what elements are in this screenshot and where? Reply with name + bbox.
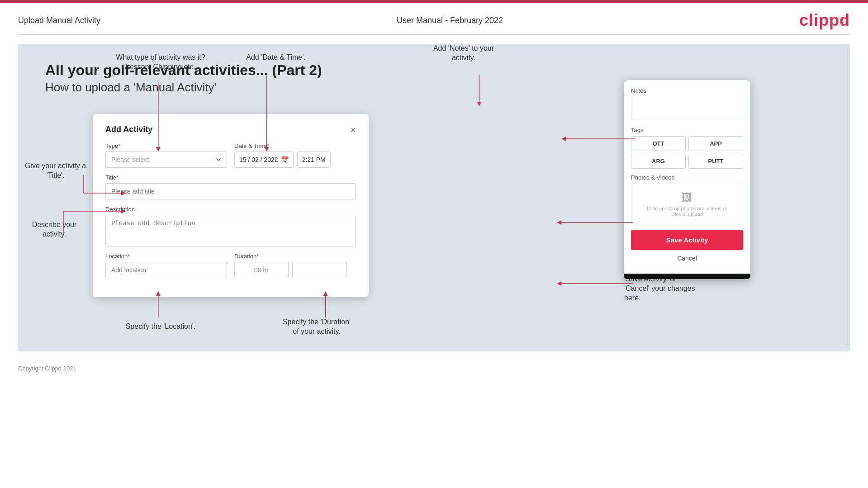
tag-app[interactable]: APP (688, 136, 743, 151)
calendar-icon[interactable]: 📅 (281, 156, 289, 163)
svg-marker-22 (557, 281, 561, 286)
svg-marker-16 (477, 102, 481, 106)
logo: clippd (799, 11, 850, 30)
type-datetime-row: Type* Please select Date & Time* 15 / 02… (105, 142, 356, 168)
modal-title: Add Activity (105, 125, 152, 134)
phone-screen: Notes Tags OTT APP ARG PUTT Photos & Vid… (624, 80, 750, 274)
photo-upload-area[interactable]: 🖼 Drag and Drop photos and videos or cli… (631, 184, 743, 224)
type-group: Type* Please select (105, 142, 227, 168)
notes-section-label: Notes (631, 87, 743, 94)
location-label: Location* (105, 253, 227, 260)
annotation-notes: Add 'Notes' to your activity. (425, 44, 502, 63)
duration-hours-input[interactable] (234, 262, 289, 278)
add-activity-modal: Add Activity × Type* Please select Date … (93, 114, 369, 297)
time-input[interactable]: 2:21 PM (297, 152, 331, 168)
tag-arg[interactable]: ARG (631, 154, 686, 169)
annotation-date-time: Add 'Date & Time'. (231, 53, 321, 62)
header-divider (18, 34, 850, 35)
duration-group: Duration* (234, 253, 356, 278)
tag-ott[interactable]: OTT (631, 136, 686, 151)
photo-text: Drag and Drop photos and videos or click… (639, 206, 735, 217)
duration-inputs (234, 262, 356, 278)
datetime-group: Date & Time* 15 / 02 / 2022 📅 2:21 PM (234, 142, 356, 168)
location-input[interactable] (105, 262, 227, 278)
tags-grid: OTT APP ARG PUTT (631, 136, 743, 169)
svg-marker-18 (561, 137, 566, 141)
phone-panel: Notes Tags OTT APP ARG PUTT Photos & Vid… (624, 80, 750, 279)
annotation-duration: Specify the 'Duration' of your activity. (269, 317, 364, 336)
location-group: Location* (105, 253, 227, 278)
header-left-title: Upload Manual Activity (18, 16, 100, 25)
description-label: Description (105, 206, 356, 213)
title-input[interactable] (105, 183, 356, 199)
date-input[interactable]: 15 / 02 / 2022 📅 (234, 152, 294, 168)
modal-header: Add Activity × (105, 125, 356, 134)
duration-label: Duration* (234, 253, 356, 260)
description-textarea[interactable] (105, 215, 356, 246)
type-label: Type* (105, 142, 227, 149)
cancel-link[interactable]: Cancel (631, 255, 743, 266)
photos-section-label: Photos & Videos (631, 174, 743, 181)
datetime-label: Date & Time* (234, 142, 356, 149)
svg-marker-20 (557, 220, 561, 225)
datetime-inputs: 15 / 02 / 2022 📅 2:21 PM (234, 152, 356, 168)
annotation-give-title: Give your activity a 'Title'. (20, 161, 90, 180)
notes-input[interactable] (631, 97, 743, 119)
title-label: Title* (105, 174, 356, 181)
location-duration-row: Location* Duration* (105, 253, 356, 278)
title-group: Title* (105, 174, 356, 199)
copyright-text: Copyright Clippd 2021 (18, 365, 76, 372)
phone-bottom-bar (624, 274, 750, 279)
modal-close-button[interactable]: × (351, 125, 356, 134)
description-group: Description (105, 206, 356, 246)
annotation-location: Specify the 'Location'. (115, 322, 206, 332)
tags-section-label: Tags (631, 127, 743, 133)
duration-mins-input[interactable] (292, 262, 346, 278)
annotation-activity-type: What type of activity was it? Lesson, Ch… (113, 53, 208, 72)
header: Upload Manual Activity User Manual - Feb… (0, 3, 868, 34)
tag-putt[interactable]: PUTT (688, 154, 743, 169)
footer: Copyright Clippd 2021 (0, 360, 868, 376)
header-center-title: User Manual - February 2022 (397, 16, 503, 25)
save-activity-button[interactable]: Save Activity (631, 230, 743, 250)
annotation-describe: Describe your activity. (20, 220, 88, 239)
main-content: All your golf-relevant activities... (Pa… (18, 44, 850, 351)
photo-icon: 🖼 (639, 191, 735, 204)
type-select[interactable]: Please select (105, 152, 227, 168)
